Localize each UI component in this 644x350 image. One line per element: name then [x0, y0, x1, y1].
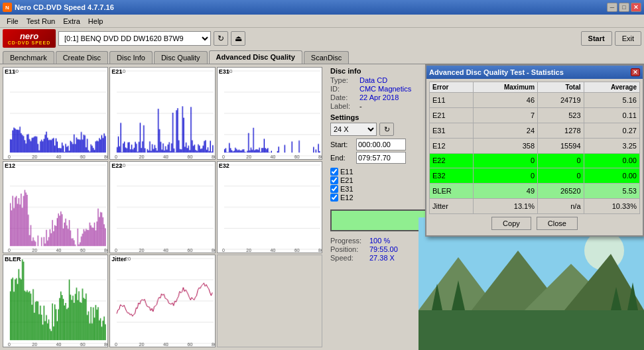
- stats-cell-maximum: 13.1%: [474, 199, 538, 214]
- stats-cell-total: 523: [538, 107, 584, 123]
- dialog-buttons: Copy Close: [429, 214, 640, 233]
- stats-cell-maximum: 0: [474, 168, 538, 184]
- stats-cell-total: 0: [538, 153, 584, 168]
- stats-cell-error: E22: [430, 153, 474, 168]
- menu-help[interactable]: Help: [84, 16, 107, 27]
- maximize-button[interactable]: □: [619, 3, 629, 12]
- graph-jitter-canvas: [110, 255, 214, 347]
- main-window: N Nero CD-DVD Speed 4.7.7.16 ─ □ ✕ File …: [0, 0, 644, 350]
- disc-info-date-value: 22 Apr 2018: [359, 93, 399, 101]
- start-input[interactable]: [356, 139, 406, 150]
- tab-disc-quality[interactable]: Disc Quality: [154, 51, 208, 64]
- menu-file[interactable]: File: [3, 16, 23, 27]
- stats-cell-error: Jitter: [430, 199, 474, 214]
- landscape-svg: [419, 217, 644, 350]
- stats-cell-total: 24719: [538, 93, 584, 108]
- graph-e21: E21 10: [109, 67, 215, 160]
- graph-e32-label: E32: [219, 162, 229, 169]
- drive-select[interactable]: [0:1] BENQ DVD DD DW1620 B7W9: [58, 31, 211, 46]
- speed-select[interactable]: 24 X: [330, 123, 377, 136]
- stats-cell-average: 0.11: [584, 107, 639, 123]
- graph-jitter: Jitter 20: [109, 255, 215, 347]
- speed-label: Speed:: [330, 254, 367, 262]
- graph-e21-canvas: [110, 68, 214, 159]
- speed-refresh-button[interactable]: ↻: [379, 123, 394, 136]
- end-input[interactable]: [356, 152, 406, 164]
- stats-cell-maximum: 49: [474, 184, 538, 199]
- nero-logo: nero CD·DVD SPEED: [3, 29, 56, 48]
- refresh-button[interactable]: ↻: [214, 31, 228, 46]
- cb-e31-label: E31: [340, 185, 354, 193]
- tab-scan-disc[interactable]: ScanDisc: [304, 51, 349, 64]
- tab-benchmark[interactable]: Benchmark: [3, 51, 54, 64]
- graph-e22-label: E22: [111, 162, 122, 169]
- stats-cell-error: E31: [430, 123, 474, 138]
- progress-value: 100 %: [369, 237, 390, 245]
- menu-extra[interactable]: Extra: [59, 16, 84, 27]
- graph-e12-canvas: [3, 162, 107, 253]
- disc-info-label-value: -: [359, 102, 362, 110]
- stats-cell-maximum: 0: [474, 153, 538, 168]
- stats-row-e12: E12358155943.25: [430, 138, 640, 153]
- stats-cell-average: 5.53: [584, 184, 639, 199]
- graph-bler-canvas: [3, 255, 107, 347]
- graph-e11-ymax: 50: [13, 68, 19, 74]
- stats-cell-maximum: 46: [474, 93, 538, 108]
- stats-cell-total: 0: [538, 168, 584, 184]
- position-label: Position:: [330, 245, 367, 253]
- disc-info-id-value: CMC Magnetics: [359, 85, 411, 93]
- stats-cell-error: E12: [430, 138, 474, 153]
- eject-button[interactable]: ⏏: [231, 31, 245, 46]
- close-button[interactable]: ✕: [631, 3, 641, 12]
- stats-dialog: Advanced Disc Quality Test - Statistics …: [425, 64, 644, 237]
- graph-bler: BLER: [3, 255, 108, 347]
- stats-cell-average: 0.27: [584, 123, 639, 138]
- exit-button[interactable]: Exit: [615, 31, 641, 46]
- stats-cell-maximum: 358: [474, 138, 538, 153]
- speed-value: 27.38 X: [369, 254, 395, 262]
- graph-e31-label: E31: [219, 68, 229, 75]
- stats-cell-average: 10.33%: [584, 199, 639, 214]
- stats-cell-error: BLER: [430, 184, 474, 199]
- svg-rect-6: [419, 310, 644, 350]
- dialog-close-x[interactable]: ✕: [631, 68, 640, 76]
- tab-disc-info[interactable]: Disc Info: [109, 51, 153, 64]
- cb-e12[interactable]: [330, 194, 338, 202]
- progress-label: Progress:: [330, 237, 367, 245]
- cb-e21-label: E21: [340, 176, 354, 184]
- stats-cell-average: 0.00: [584, 153, 639, 168]
- minimize-button[interactable]: ─: [607, 3, 617, 12]
- stats-cell-average: 3.25: [584, 138, 639, 153]
- start-button[interactable]: Start: [581, 31, 612, 46]
- cb-e21[interactable]: [330, 176, 338, 184]
- stats-cell-average: 5.16: [584, 93, 639, 108]
- stats-table: Error Maximum Total Average E1146247195.…: [429, 82, 640, 214]
- title-bar-left: N Nero CD-DVD Speed 4.7.7.16: [3, 3, 114, 12]
- close-button[interactable]: Close: [537, 217, 578, 230]
- title-bar-controls: ─ □ ✕: [607, 3, 641, 12]
- menu-test-run[interactable]: Test Run: [23, 16, 59, 27]
- stats-row-jitter: Jitter13.1%n/a10.33%: [430, 199, 640, 214]
- graph-e11-canvas: [3, 68, 107, 159]
- graph-e31: E31 50: [217, 67, 322, 160]
- position-value: 79:55.00: [369, 245, 398, 253]
- graph-e32-canvas: [218, 162, 322, 253]
- copy-button[interactable]: Copy: [491, 217, 531, 230]
- stats-cell-average: 0.00: [584, 168, 639, 184]
- title-bar: N Nero CD-DVD Speed 4.7.7.16 ─ □ ✕: [0, 0, 644, 15]
- cb-e31[interactable]: [330, 185, 338, 193]
- cb-e11[interactable]: [330, 168, 338, 176]
- graph-bler-label: BLER: [5, 256, 21, 262]
- stats-row-e22: E22000.00: [430, 153, 640, 168]
- dialog-title: Advanced Disc Quality Test - Statistics: [429, 68, 564, 76]
- stats-row-e21: E2175230.11: [430, 107, 640, 123]
- graph-e31-canvas: [218, 68, 322, 159]
- tab-create-disc[interactable]: Create Disc: [56, 51, 108, 64]
- col-maximum: Maximum: [474, 82, 538, 93]
- cb-e12-label: E12: [340, 194, 354, 202]
- col-average: Average: [584, 82, 639, 93]
- stats-cell-maximum: 24: [474, 123, 538, 138]
- disc-info-id-label: ID:: [330, 85, 357, 93]
- graphs-panel: E11 50 E21 10 E31 50 E12: [0, 64, 325, 350]
- tab-advanced-disc-quality[interactable]: Advanced Disc Quality: [209, 50, 302, 64]
